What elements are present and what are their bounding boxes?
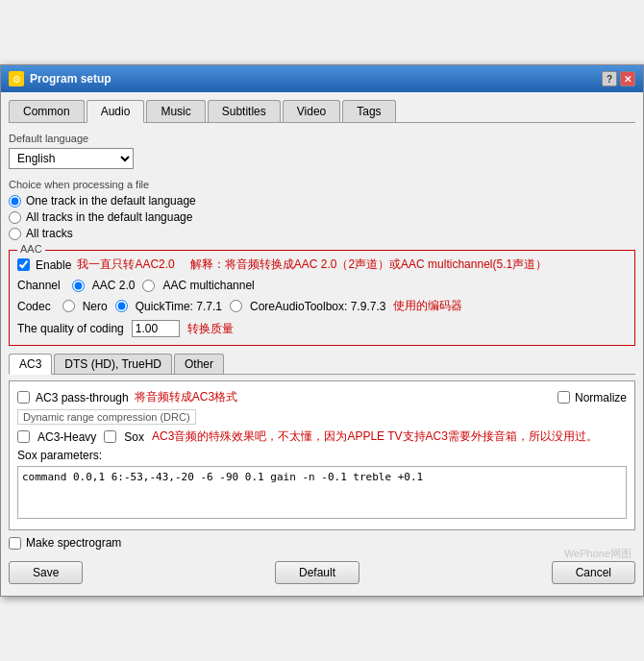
codec-annotation: 使用的编码器 [393,298,462,314]
language-select[interactable]: English [9,148,134,169]
sox-annotation: AC3音频的特殊效果吧，不太懂，因为APPLE TV支持AC3需要外接音箱，所以… [152,428,598,445]
title-bar: ⚙ Program setup ? ✕ [1,65,643,92]
tab-music[interactable]: Music [146,100,205,122]
quality-annotation: 转换质量 [187,321,234,337]
inner-tab-dts[interactable]: DTS (HD), TrueHD [54,354,172,374]
ac3heavy-label: AC3-Heavy [37,430,96,444]
bottom-buttons: Save Default Cancel [9,555,635,588]
passthrough-label: AC3 pass-through [36,391,129,404]
radio-aac-multi-label: AAC multichannel [162,279,254,292]
radio-aac20-label: AAC 2.0 [92,279,136,292]
sox-checkbox[interactable] [104,430,116,443]
sox-command-input[interactable]: command 0.0,1 6:-53,-43,-20 -6 -90 0.1 g… [17,466,627,519]
default-language-label: Default language [9,133,635,144]
tab-audio[interactable]: Audio [87,100,145,123]
aac-group: AAC Enable 我一直只转AAC2.0 解释：将音频转换成AAC 2.0（… [9,250,635,346]
codec-label: Codec [17,300,51,313]
radio-nero[interactable] [62,300,75,312]
radio-one-track-label: One track in the default language [26,194,196,208]
inner-tab-other[interactable]: Other [174,354,224,374]
radio-quicktime-label: QuickTime: 7.7.1 [136,300,222,313]
aac-annotation2: 解释：将音频转换成AAC 2.0（2声道）或AAC multichannel(5… [190,257,547,273]
ac3heavy-checkbox[interactable] [17,430,30,443]
channel-label: Channel [17,279,61,292]
drc-label: Dynamic range compression (DRC) [17,409,196,425]
radio-coreaudio-label: CoreAudioToolbox: 7.9.7.3 [250,300,385,313]
radio-aac-multi[interactable] [142,280,155,292]
radio-coreaudio[interactable] [230,300,242,312]
spectrogram-label: Make spectrogram [26,536,121,550]
program-setup-window: ⚙ Program setup ? ✕ Common Audio Music S… [0,64,644,597]
passthrough-checkbox[interactable] [17,391,30,404]
watermark: WePhone网图 [564,547,632,561]
tab-video[interactable]: Video [283,100,340,122]
tab-tags[interactable]: Tags [342,100,395,122]
aac-title: AAC [17,243,45,255]
tab-subtitles[interactable]: Subtitles [208,100,281,122]
radio-all-tracks-label: All tracks [26,227,73,240]
default-button[interactable]: Default [275,561,359,584]
window-title: Program setup [30,72,111,86]
params-label: Sox parameters: [17,449,627,462]
radio-quicktime[interactable] [115,300,128,312]
normalize-label: Normalize [575,391,627,404]
save-button[interactable]: Save [9,561,83,584]
radio-all-tracks-default-label: All tracks in the default language [26,210,192,224]
inner-tabs: AC3 DTS (HD), TrueHD Other [9,354,635,375]
main-tabs: Common Audio Music Subtitles Video Tags [9,100,635,123]
app-icon: ⚙ [9,71,24,86]
close-button[interactable]: ✕ [620,71,635,86]
ac3-content: AC3 pass-through 将音频转成AC3格式 Normalize Dy… [9,380,635,530]
enable-aac-checkbox[interactable] [17,258,30,271]
radio-aac20[interactable] [72,280,85,292]
choice-label: Choice when processing a file [9,179,635,190]
quality-input[interactable] [132,320,180,337]
passthrough-annotation: 将音频转成AC3格式 [135,389,237,405]
inner-tab-ac3[interactable]: AC3 [9,354,52,375]
track-choice-group: One track in the default language All tr… [9,194,635,240]
spectrogram-row: Make spectrogram [9,536,635,550]
cancel-button[interactable]: Cancel [552,561,635,584]
main-content: Common Audio Music Subtitles Video Tags … [1,92,643,596]
enable-aac-label: Enable [36,258,71,272]
sox-label: Sox [124,430,144,444]
radio-one-track[interactable] [9,195,21,208]
spectrogram-checkbox[interactable] [9,537,21,550]
tab-common[interactable]: Common [9,100,85,122]
help-button[interactable]: ? [602,71,617,86]
quality-label: The quality of coding [17,322,124,335]
aac-annotation1: 我一直只转AAC2.0 [77,257,174,273]
radio-nero-label: Nero [83,300,108,313]
radio-all-tracks-default[interactable] [9,211,21,224]
normalize-checkbox[interactable] [557,391,570,404]
radio-all-tracks[interactable] [9,228,21,240]
